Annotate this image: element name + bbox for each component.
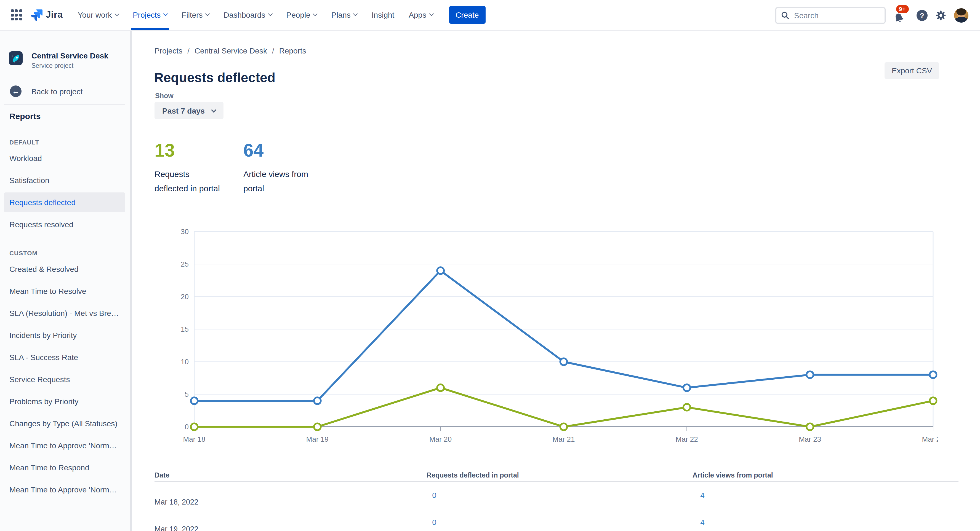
sidebar-report-list: DEFAULTWorkloadSatisfactionRequests defl… <box>0 136 130 501</box>
chevron-down-icon <box>163 11 168 16</box>
table-cell-date: Mar 18, 2022 <box>154 498 198 506</box>
sidebar-item-sla-success-rate[interactable]: SLA - Success Rate <box>0 346 130 368</box>
sidebar-item-label: Created & Resolved <box>10 265 79 274</box>
table-cell-article-views[interactable]: 4 <box>698 491 706 499</box>
table-cell-requests-deflected[interactable]: 0 <box>430 518 438 526</box>
nav-item-insight[interactable]: Insight <box>364 0 402 30</box>
stat-block-requests-deflected-in-portal: 13Requests deflected in portal <box>154 141 243 196</box>
sidebar-item-label: Requests deflected <box>10 198 76 207</box>
sidebar-item-label: SLA - Success Rate <box>10 353 78 362</box>
bell-icon <box>893 12 905 25</box>
nav-item-plans[interactable]: Plans <box>324 0 364 30</box>
sidebar-item-mean-time-to-approve-norm[interactable]: Mean Time to Approve 'Norm… <box>0 479 130 501</box>
chevron-down-icon <box>115 11 119 16</box>
nav-item-apps[interactable]: Apps <box>401 0 440 30</box>
sidebar-item-requests-deflected[interactable]: Requests deflected <box>0 191 130 213</box>
sidebar-item-label: Mean Time to Respond <box>10 463 89 472</box>
breadcrumb-item-reports[interactable]: Reports <box>279 46 306 55</box>
back-to-project[interactable]: ← Back to project <box>10 86 83 97</box>
sidebar-divider <box>4 104 125 105</box>
breadcrumb-item-central-service-desk[interactable]: Central Service Desk <box>194 46 267 55</box>
table-header: Date Requests deflected in portal Articl… <box>154 466 958 481</box>
y-tick-label: 5 <box>185 390 189 398</box>
export-csv-button[interactable]: Export CSV <box>885 62 939 79</box>
table-body: Mar 18, 202204Mar 19, 202204 <box>154 482 958 531</box>
sidebar-item-service-requests[interactable]: Service Requests <box>0 368 130 390</box>
table-row: Mar 19, 202204 <box>154 509 958 531</box>
search-input[interactable] <box>793 11 876 21</box>
sidebar-item-incidents-by-priority[interactable]: Incidents by Priority <box>0 324 130 346</box>
nav-item-filters[interactable]: Filters <box>174 0 216 30</box>
chevron-down-icon <box>313 11 318 16</box>
nav-item-people[interactable]: People <box>279 0 324 30</box>
sidebar-item-created-resolved[interactable]: Created & Resolved <box>0 258 130 280</box>
nav-item-your-work[interactable]: Your work <box>71 0 126 30</box>
breadcrumb-separator: / <box>272 46 274 55</box>
breadcrumb-separator: / <box>187 46 189 55</box>
arrow-left-icon: ← <box>10 86 22 97</box>
sidebar-item-workload[interactable]: Workload <box>0 147 130 169</box>
breadcrumb-item-projects[interactable]: Projects <box>154 46 182 55</box>
sidebar-item-mean-time-to-approve-norm[interactable]: Mean Time to Approve 'Norm… <box>0 434 130 457</box>
notification-badge: 9+ <box>896 5 908 13</box>
search-icon <box>781 11 790 20</box>
notifications-button[interactable]: 9+ <box>893 6 909 25</box>
column-header-requests-deflected: Requests deflected in portal <box>426 471 519 479</box>
nav-item-label: People <box>286 11 310 19</box>
sidebar-group-label: DEFAULT <box>0 136 130 147</box>
nav-item-label: Plans <box>331 11 351 19</box>
sidebar-item-label: Changes by Type (All Statuses) <box>10 419 118 428</box>
sidebar-item-label: SLA (Resolution) - Met vs Bre… <box>10 309 119 318</box>
y-tick-label: 25 <box>181 260 189 268</box>
nav-item-dashboards[interactable]: Dashboards <box>216 0 279 30</box>
sidebar-item-problems-by-priority[interactable]: Problems by Priority <box>0 390 130 412</box>
jira-app: Jira Your workProjectsFiltersDashboardsP… <box>0 0 980 531</box>
nav-item-label: Apps <box>409 11 426 19</box>
x-tick-label: Mar 24 <box>922 435 938 443</box>
x-tick-label: Mar 18 <box>183 435 205 443</box>
data-point-article-views-from-portal <box>560 358 567 365</box>
sidebar-item-satisfaction[interactable]: Satisfaction <box>0 169 130 191</box>
stat-value: 13 <box>154 141 243 160</box>
help-button[interactable]: ? <box>916 10 928 21</box>
sidebar-item-label: Workload <box>10 154 42 163</box>
top-nav: Jira Your workProjectsFiltersDashboardsP… <box>0 0 980 31</box>
table-cell-article-views[interactable]: 4 <box>698 518 706 526</box>
data-point-article-views-from-portal <box>683 384 690 391</box>
x-tick-label: Mar 22 <box>676 435 698 443</box>
sidebar-group-default: DEFAULTWorkloadSatisfactionRequests defl… <box>0 136 130 235</box>
app-switcher-icon[interactable] <box>11 10 22 21</box>
date-range-dropdown[interactable]: Past 7 days <box>154 102 223 119</box>
chevron-down-icon <box>268 11 273 16</box>
sidebar-item-sla-resolution-met-vs-bre[interactable]: SLA (Resolution) - Met vs Bre… <box>0 302 130 324</box>
stat-value: 64 <box>243 141 332 160</box>
data-point-requests-deflected-in-portal <box>930 397 937 404</box>
table-cell-requests-deflected[interactable]: 0 <box>430 491 438 499</box>
gear-icon <box>935 10 947 22</box>
date-range-value: Past 7 days <box>162 106 205 115</box>
jira-logo[interactable]: Jira <box>30 8 63 22</box>
sidebar-item-label: Mean Time to Approve 'Norm… <box>10 441 117 450</box>
create-button[interactable]: Create <box>449 6 485 24</box>
nav-item-projects[interactable]: Projects <box>126 0 174 30</box>
search-box[interactable] <box>775 7 886 24</box>
nav-right-cluster: 9+ ? <box>775 0 969 31</box>
chevron-down-icon <box>205 11 210 16</box>
main-content: Projects/Central Service Desk/Reports Re… <box>134 31 980 531</box>
sidebar-group-custom: CUSTOMCreated & ResolvedMean Time to Res… <box>0 246 130 501</box>
sidebar-item-changes-by-type-all-statuses[interactable]: Changes by Type (All Statuses) <box>0 412 130 434</box>
jira-mark-icon <box>30 8 44 22</box>
user-avatar[interactable] <box>954 8 969 22</box>
project-header[interactable]: Central Service Desk Service project <box>9 51 108 69</box>
settings-button[interactable] <box>935 10 947 22</box>
nav-item-label: Filters <box>181 11 202 19</box>
sidebar-group-label: CUSTOM <box>0 246 130 258</box>
sidebar-item-mean-time-to-respond[interactable]: Mean Time to Respond <box>0 457 130 479</box>
y-tick-label: 15 <box>181 325 189 333</box>
sidebar-item-requests-resolved[interactable]: Requests resolved <box>0 213 130 235</box>
data-point-requests-deflected-in-portal <box>560 423 567 430</box>
back-label: Back to project <box>32 87 83 96</box>
y-tick-label: 10 <box>181 358 189 366</box>
project-rocket-icon <box>9 51 22 65</box>
sidebar-item-mean-time-to-resolve[interactable]: Mean Time to Resolve <box>0 280 130 302</box>
